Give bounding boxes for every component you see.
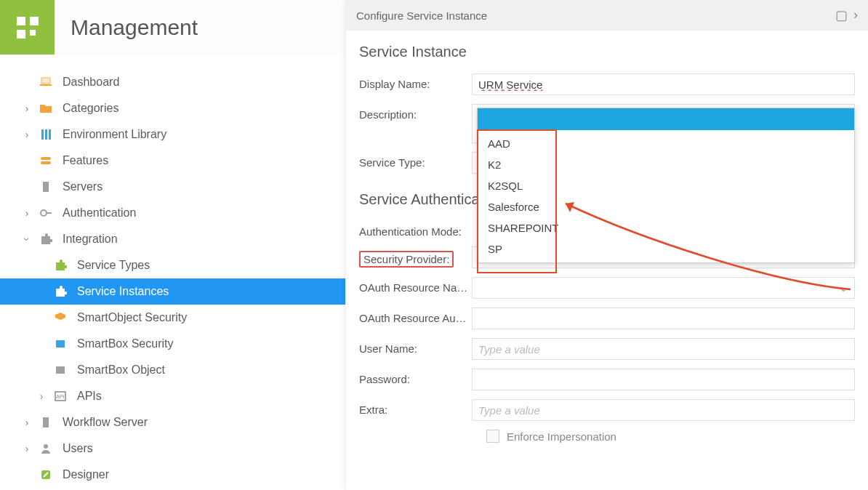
sidebar-item-users[interactable]: › Users [0, 435, 345, 462]
dropdown-option[interactable]: K2SQL [478, 175, 854, 196]
key-icon [38, 205, 54, 221]
svg-point-12 [41, 210, 47, 216]
sidebar-item-label: Dashboard [63, 76, 119, 89]
enforce-impersonation-label: Enforce Impersonation [507, 430, 616, 443]
server-icon [38, 179, 54, 195]
panel-header: Configure Service Instance ▢ › [346, 0, 868, 31]
sidebar-nav: Dashboard › Categories › Environment Lib… [0, 55, 346, 490]
security-provider-label: Security Provider: [359, 246, 472, 268]
dropdown-option[interactable]: AAD [478, 133, 854, 154]
password-label: Password: [359, 369, 472, 385]
maximize-icon[interactable]: ▢ [835, 7, 848, 23]
dropdown-option[interactable]: Salesforce [478, 196, 854, 217]
dropdown-option[interactable]: SP [478, 238, 854, 260]
oauth-resource-name-select[interactable]: ⌄ [472, 277, 855, 299]
svg-rect-5 [41, 78, 50, 84]
sidebar-item-authentication[interactable]: › Authentication [0, 200, 345, 226]
sidebar-item-label: Users [63, 442, 93, 455]
svg-rect-10 [41, 161, 51, 164]
sidebar-item-service-instances[interactable]: Service Instances [0, 278, 345, 305]
oauth-resource-name-label: OAuth Resource Na… [359, 277, 472, 294]
sidebar-item-label: Authentication [63, 206, 136, 220]
svg-rect-0 [17, 17, 25, 25]
user-icon [38, 441, 54, 457]
sidebar-item-service-types[interactable]: Service Types [0, 252, 345, 278]
box-lock-icon [52, 336, 68, 352]
svg-rect-1 [30, 17, 39, 25]
pencil-icon [38, 467, 54, 483]
display-name-input[interactable] [472, 73, 855, 95]
sidebar-item-label: Categories [63, 102, 118, 115]
extra-label: Extra: [359, 399, 472, 416]
auth-mode-label: Authentication Mode: [359, 221, 472, 238]
app-title: Management [71, 15, 198, 40]
display-name-label: Display Name: [359, 73, 472, 90]
sidebar-item-label: Integration [63, 233, 118, 246]
sidebar-item-designer[interactable]: Designer [0, 462, 345, 488]
puzzle-icon [52, 257, 68, 273]
svg-rect-9 [41, 157, 51, 160]
sidebar-item-smartbox-security[interactable]: SmartBox Security [0, 331, 345, 357]
password-input[interactable] [472, 369, 855, 390]
enforce-impersonation-checkbox[interactable] [486, 430, 499, 443]
sidebar-item-label: Features [63, 154, 108, 167]
svg-rect-11 [43, 182, 49, 192]
sidebar-item-smartbox-object[interactable]: SmartBox Object [0, 357, 345, 383]
dropdown-options-list: AAD K2 K2SQL Salesforce SHAREPOINT SP [478, 130, 854, 262]
svg-rect-8 [49, 129, 51, 140]
panel-title: Configure Service Instance [356, 9, 487, 22]
sidebar-item-servers[interactable]: Servers [0, 174, 345, 200]
sidebar-item-workflow-server[interactable]: › Workflow Server [0, 409, 345, 435]
puzzle-icon [52, 284, 68, 300]
service-type-label: Service Type: [359, 152, 472, 169]
sidebar-item-smartobject-security[interactable]: SmartObject Security [0, 305, 345, 331]
cube-lock-icon [52, 310, 68, 326]
features-icon [38, 153, 54, 169]
svg-rect-7 [45, 129, 47, 140]
sidebar-item-environment-library[interactable]: › Environment Library [0, 121, 345, 148]
dropdown-option[interactable]: K2 [478, 154, 854, 175]
sidebar-item-categories[interactable]: › Categories [0, 95, 345, 121]
sidebar-item-label: SmartBox Security [77, 337, 173, 350]
svg-rect-15 [56, 366, 65, 374]
sidebar-item-label: Service Instances [77, 285, 169, 298]
sidebar-item-label: APIs [77, 390, 102, 403]
sidebar-item-label: Workflow Server [63, 416, 148, 429]
user-name-input[interactable] [472, 338, 855, 360]
chevron-right-icon: › [36, 390, 47, 402]
dashboard-icon [38, 74, 54, 90]
server-icon [38, 414, 54, 430]
box-icon [52, 362, 68, 378]
svg-rect-13 [46, 212, 52, 214]
sidebar-item-integration[interactable]: › Integration [0, 226, 345, 252]
sidebar-item-label: Servers [63, 180, 103, 193]
section-service-instance-heading: Service Instance [359, 44, 855, 60]
svg-rect-3 [30, 30, 36, 36]
sidebar-item-label: SmartObject Security [77, 311, 187, 324]
user-name-label: User Name: [359, 338, 472, 355]
extra-input[interactable] [472, 399, 855, 421]
close-icon[interactable]: › [853, 7, 858, 23]
dropdown-option[interactable]: SHAREPOINT [478, 217, 854, 238]
svg-text:API: API [56, 394, 64, 399]
description-label: Description: [359, 104, 472, 121]
folder-icon [38, 100, 54, 116]
svg-rect-6 [41, 129, 44, 140]
security-provider-dropdown: AAD K2 K2SQL Salesforce SHAREPOINT SP [477, 108, 855, 263]
sidebar-item-apis[interactable]: › API APIs [0, 383, 345, 409]
svg-rect-2 [17, 30, 25, 39]
dropdown-search-bar[interactable] [478, 108, 854, 130]
chevron-down-icon: ⌄ [839, 281, 848, 294]
svg-rect-18 [43, 417, 49, 427]
chevron-down-icon: › [21, 234, 33, 244]
oauth-resource-aud-label: OAuth Resource Au… [359, 308, 472, 324]
svg-rect-4 [40, 84, 52, 86]
sidebar-item-label: Environment Library [63, 128, 166, 141]
sidebar-item-features[interactable]: Features [0, 148, 345, 174]
svg-point-19 [44, 444, 48, 449]
chevron-right-icon: › [22, 103, 32, 114]
logo-tile[interactable] [0, 0, 55, 55]
sidebar-item-dashboard[interactable]: Dashboard [0, 69, 345, 95]
library-icon [38, 126, 54, 142]
oauth-resource-aud-input[interactable] [472, 308, 855, 329]
